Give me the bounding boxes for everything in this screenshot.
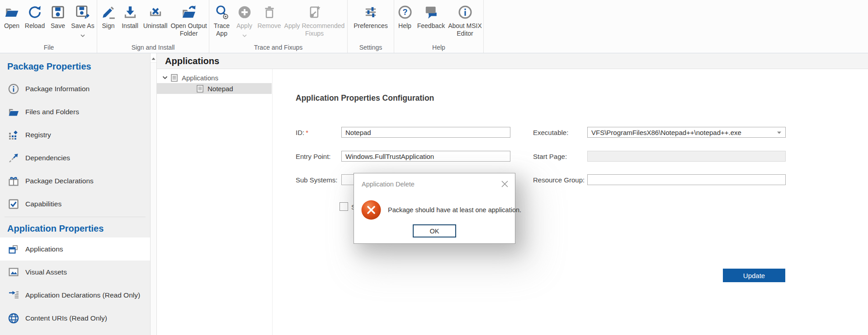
uninstall-button[interactable]: Uninstall (142, 3, 170, 30)
open-button[interactable]: Open (1, 3, 23, 30)
ribbon-button-label: Remove (257, 22, 281, 30)
ribbon-button-label: Help (398, 22, 411, 30)
dependency-arrow-icon (7, 152, 19, 164)
supports-checkbox[interactable] (340, 202, 348, 211)
help-button[interactable]: ?Help (395, 3, 415, 30)
required-asterisk: * (306, 129, 308, 136)
sidebar-item-content-uris-read-only[interactable]: Content URIs (Read Only) (0, 307, 150, 330)
ribbon-button-label: Sign (102, 22, 114, 30)
save-icon (50, 3, 66, 21)
ribbon-button-label: Uninstall (143, 22, 168, 30)
uninstall-cross-icon (148, 3, 163, 21)
sidebar-item-visual-assets[interactable]: Visual Assets (0, 261, 150, 284)
remove-trash-icon (262, 3, 277, 21)
ribbon-group-help: ?HelpFeedbackAbout MSIX EditorHelp (394, 0, 484, 53)
tree-node-applications[interactable]: Applications (157, 72, 272, 83)
save-button[interactable]: Save (47, 3, 69, 30)
dialog-title: Application Delete (362, 181, 415, 188)
chevron-down-icon[interactable] (162, 76, 168, 79)
scroll-up-button[interactable] (151, 53, 156, 63)
ribbon-group-settings: PreferencesSettings (348, 0, 394, 53)
executable-value: VFS\ProgramFilesX86\Notepad++\notepad++.… (591, 129, 741, 136)
feedback-button[interactable]: Feedback (415, 3, 447, 30)
install-button[interactable]: Install (119, 3, 142, 30)
save-as-button[interactable]: Save As (69, 3, 97, 39)
svg-text:?: ? (402, 8, 407, 17)
sidebar-scrollbar[interactable] (150, 53, 157, 335)
list-arrow-icon (7, 289, 19, 301)
fixups-wrench-icon (307, 3, 322, 21)
error-icon (361, 200, 381, 220)
gift-box-icon (7, 175, 19, 187)
page-title: Applications (165, 56, 219, 66)
folder-icon (7, 106, 19, 118)
globe-icon (7, 312, 19, 324)
apply-recommended-fixups-button: Apply Recommended Fixups (283, 3, 346, 37)
ribbon-button-label: Feedback (417, 22, 445, 30)
sidebar-item-capabilities[interactable]: Capabilities (0, 192, 150, 215)
sidebar-navigation: Package PropertiesPackage InformationFil… (0, 53, 150, 335)
ribbon-group-trace-and-fixups: Trace AppApplyRemoveApply Recommended Fi… (209, 0, 348, 53)
ok-button[interactable]: OK (413, 224, 456, 237)
tree-node-label: Applications (182, 74, 218, 82)
sidebar-item-registry[interactable]: Registry (0, 123, 150, 146)
sidebar-item-label: Applications (25, 245, 63, 253)
msix-editor-window: OpenReloadSaveSave AsFileSignInstallUnin… (0, 0, 868, 335)
trace-app-button[interactable]: Trace App (211, 3, 233, 37)
apply-button: Apply (233, 3, 256, 39)
checkbox-check-icon (7, 198, 19, 210)
sidebar-item-label: Registry (25, 131, 51, 139)
document-icon (171, 74, 178, 82)
sidebar-item-label: Content URIs (Read Only) (25, 314, 107, 322)
open-output-folder-icon (181, 3, 197, 21)
sidebar-item-label: Capabilities (25, 200, 61, 208)
resource-group-input[interactable] (587, 174, 786, 185)
info-circle-icon (7, 83, 19, 95)
sidebar-item-applications[interactable]: Applications (0, 237, 150, 261)
reload-icon (27, 3, 42, 21)
id-label: ID:* (296, 129, 308, 136)
ribbon-group-label: File (1, 44, 97, 51)
save-as-icon (75, 3, 90, 21)
trace-magnifier-icon (214, 3, 230, 21)
reload-button[interactable]: Reload (23, 3, 47, 30)
install-arrow-icon (123, 3, 138, 21)
sidebar-item-files-and-folders[interactable]: Files and Folders (0, 100, 150, 123)
tree-node-notepad[interactable]: Notepad (157, 83, 272, 94)
ribbon-button-label: Save As (71, 22, 94, 30)
sidebar-item-package-information[interactable]: Package Information (0, 77, 150, 100)
executable-combobox[interactable]: VFS\ProgramFilesX86\Notepad++\notepad++.… (587, 127, 786, 138)
ribbon-button-label: Save (51, 22, 65, 30)
feedback-speech-icon (424, 3, 439, 21)
help-question-icon: ? (397, 3, 413, 21)
update-button[interactable]: Update (723, 269, 785, 282)
about-msix-editor-button[interactable]: About MSIX Editor (447, 3, 483, 37)
sidebar-item-dependencies[interactable]: Dependencies (0, 146, 150, 169)
sidebar-item-label: Dependencies (25, 154, 70, 162)
open-folder-icon (4, 3, 19, 21)
ribbon-button-label: Open Output Folder (170, 22, 208, 37)
scroll-up-arrow-icon (151, 54, 156, 62)
ribbon-group-label: Settings (348, 44, 394, 51)
ribbon-group-label: Trace and Fixups (209, 44, 347, 51)
registry-blocks-icon (7, 129, 19, 141)
close-icon[interactable] (500, 180, 509, 188)
open-output-folder-button[interactable]: Open Output Folder (170, 3, 208, 37)
sidebar-section-divider (5, 217, 146, 217)
preferences-button[interactable]: Preferences (349, 3, 392, 30)
sidebar-heading-package-properties: Package Properties (7, 61, 150, 72)
remove-button: Remove (256, 3, 283, 30)
ribbon-button-label: Open (4, 22, 19, 30)
sidebar-heading-application-properties: Application Properties (7, 223, 150, 234)
sidebar-item-label: Visual Assets (25, 268, 67, 276)
app-window-icon (7, 243, 19, 255)
dropdown-arrow-icon (777, 131, 781, 134)
entry-point-input[interactable] (341, 151, 510, 162)
sidebar-item-package-declarations[interactable]: Package Declarations (0, 169, 150, 192)
ribbon-button-label: Install (122, 22, 138, 30)
sidebar-item-application-declarations-read-only[interactable]: Application Declarations (Read Only) (0, 284, 150, 307)
sign-button[interactable]: Sign (98, 3, 119, 30)
id-input[interactable] (341, 127, 510, 138)
about-info-icon (458, 3, 473, 21)
resource-group-label: Resource Group: (533, 176, 585, 184)
